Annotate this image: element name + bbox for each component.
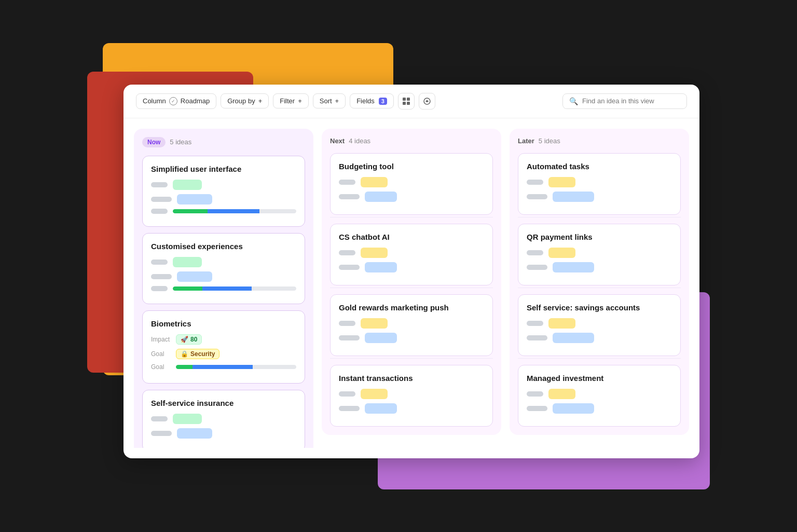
goal2-label: Goal	[151, 363, 172, 371]
placeholder-pill2	[339, 406, 360, 411]
column-later: Later 5 ideas Automated tasks	[510, 129, 689, 448]
ai-icon-button[interactable]	[419, 93, 435, 110]
later-divider1	[518, 217, 681, 217]
placeholder-pill	[527, 250, 543, 255]
card-instant-transactions-title: Instant transactions	[339, 374, 484, 383]
fields-count-badge: 3	[379, 98, 387, 105]
sort-label: Sort	[320, 97, 332, 105]
status-pill-blue3	[553, 192, 594, 202]
cs-row2	[339, 262, 484, 272]
group-by-button[interactable]: Group by +	[221, 93, 269, 108]
qr-row1	[527, 248, 672, 258]
column-now-count: 5 ideas	[170, 138, 191, 146]
status-pill-green	[173, 257, 202, 267]
group-by-label: Group by	[227, 97, 255, 105]
progress-green	[173, 209, 208, 213]
main-panel: Column ✓ Roadmap Group by + Filter + Sor…	[123, 85, 699, 458]
progress-green	[176, 365, 193, 369]
card-self-service-insurance: Self-service insurance	[142, 390, 305, 448]
progress-empty	[259, 209, 296, 213]
badge-now: Now	[142, 137, 166, 147]
placeholder-pill	[339, 250, 355, 255]
column-now: Now 5 ideas Simplified user interface	[134, 129, 313, 448]
fields-button[interactable]: Fields 3	[350, 93, 394, 108]
placeholder-pill3	[151, 209, 168, 214]
bt-row1	[339, 177, 484, 187]
biometrics-goal2-row: Goal	[151, 363, 296, 371]
progress-green	[173, 287, 202, 291]
goal-badge: 🔒 Security	[176, 349, 219, 359]
goal-icon: 🔒	[181, 350, 188, 358]
column-next: Next 4 ideas Budgeting tool	[322, 129, 501, 448]
goal-text: Security	[190, 350, 215, 358]
status-pill-yellow	[548, 389, 575, 399]
impact-icon: 🚀	[181, 336, 188, 343]
at-row1	[527, 177, 672, 187]
column-now-container: Now 5 ideas Simplified user interface	[134, 129, 313, 448]
placeholder-pill2	[339, 335, 360, 340]
card-simplified-ui-row1	[151, 180, 296, 190]
column-button[interactable]: Column ✓ Roadmap	[136, 93, 216, 109]
later-divider2	[518, 288, 681, 288]
search-input[interactable]	[582, 97, 680, 105]
sort-plus-icon: +	[335, 97, 339, 105]
cs-row1	[339, 248, 484, 258]
progress-blue	[208, 209, 259, 213]
card-cs-chatbot: CS chatbot AI	[330, 224, 493, 285]
goal-label: Goal	[151, 350, 172, 358]
card-customised-exp: Customised experiences	[142, 233, 305, 304]
placeholder-pill	[151, 182, 168, 187]
filter-label: Filter	[280, 97, 295, 105]
progress-blue	[202, 287, 252, 291]
placeholder-pill2	[527, 335, 547, 340]
layout-icon-button[interactable]	[398, 93, 415, 110]
card-customised-row3	[151, 286, 296, 291]
column-later-container: Later 5 ideas Automated tasks	[510, 129, 689, 435]
biometrics-goal-row: Goal 🔒 Security	[151, 349, 296, 359]
card-customised-row2	[151, 271, 296, 282]
later-divider3	[518, 358, 681, 359]
impact-value: 80	[190, 336, 197, 343]
card-gold-rewards-title: Gold rewards marketing push	[339, 303, 484, 312]
next-divider2	[330, 288, 493, 288]
toolbar: Column ✓ Roadmap Group by + Filter + Sor…	[123, 85, 699, 118]
card-qr-payment-title: QR payment links	[527, 233, 672, 241]
card-managed-investment: Managed investment	[518, 365, 681, 427]
column-now-header: Now 5 ideas	[142, 137, 305, 149]
placeholder-pill	[339, 180, 355, 185]
bt-row2	[339, 192, 484, 202]
card-automated-tasks: Automated tasks	[518, 153, 681, 215]
gr-row2	[339, 333, 484, 343]
card-self-service-savings-title: Self service: savings accounts	[527, 303, 672, 312]
sort-button[interactable]: Sort +	[313, 93, 346, 108]
status-pill-blue2	[365, 192, 397, 202]
placeholder-pill2	[527, 265, 547, 270]
card-simplified-ui-row2	[151, 194, 296, 204]
status-pill-yellow	[361, 318, 388, 329]
sss-row2	[527, 333, 672, 343]
card-customised-row1	[151, 257, 296, 267]
column-label: Column	[143, 97, 166, 105]
svg-rect-3	[407, 102, 410, 105]
status-pill-yellow	[548, 177, 575, 187]
status-pill-yellow	[548, 318, 575, 329]
search-box[interactable]: 🔍	[562, 93, 687, 109]
card-biometrics-title: Biometrics	[151, 319, 296, 328]
svg-rect-0	[403, 98, 406, 101]
placeholder-pill2	[151, 274, 172, 279]
svg-rect-1	[407, 98, 410, 101]
status-pill-yellow	[361, 248, 388, 258]
it-row1	[339, 389, 484, 399]
card-self-service-savings: Self service: savings accounts	[518, 294, 681, 356]
card-simplified-ui-row3	[151, 209, 296, 214]
card-biometrics: Biometrics Impact 🚀 80 Goal 🔒	[142, 310, 305, 384]
filter-button[interactable]: Filter +	[273, 93, 308, 108]
mi-row2	[527, 403, 672, 414]
roadmap-label: Roadmap	[181, 97, 210, 105]
mi-row1	[527, 389, 672, 399]
board: Now 5 ideas Simplified user interface	[123, 118, 699, 458]
column-later-header: Later 5 ideas	[518, 137, 681, 147]
progress-empty	[253, 365, 296, 369]
status-pill-yellow	[361, 177, 388, 187]
progress-empty	[252, 287, 296, 291]
